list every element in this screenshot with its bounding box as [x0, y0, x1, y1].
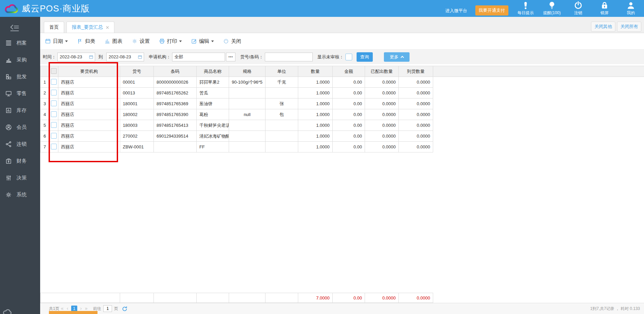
orange-progress-strip [49, 311, 97, 314]
cell-org: 西丽店 [58, 98, 120, 109]
sidebar-collapse-button[interactable] [9, 24, 40, 32]
cell-barcode: 8974851765369 [154, 98, 197, 109]
search-button[interactable]: 查询 [357, 52, 373, 62]
print-button[interactable]: 打印 [159, 38, 182, 45]
lock-screen-button[interactable]: 锁屏 [595, 1, 614, 16]
open-payment-button[interactable]: 我要开通支付 [475, 5, 508, 16]
cell-qty: 1.0000 [298, 88, 333, 98]
table-row[interactable]: 5 西丽店 180003 8974851765413 千秋鲜笋尖老汤 1.000… [40, 120, 644, 131]
close-all-button[interactable]: 关闭所有 [617, 22, 641, 32]
settings-button[interactable]: 设置 [132, 38, 150, 45]
cell-spec [229, 131, 265, 142]
header-unit[interactable]: 单位 [265, 66, 298, 77]
row-checkbox[interactable] [51, 90, 57, 95]
sidebar-item-members[interactable]: 会员 [0, 119, 40, 136]
cell-barcode: 8974851765390 [154, 109, 197, 120]
header-amount[interactable]: 金额 [333, 66, 365, 77]
reminder-button[interactable]: 提醒(100) [543, 1, 561, 16]
cell-arrived: 0.0000 [399, 131, 433, 142]
table-row[interactable]: 7 西丽店 ZBW-0001 FF 1.0000 0.00 0.0000 0.0… [40, 142, 644, 152]
filter-bar: 时间： 到 申请机构： ••• 货号/条码： 显示未审核： 查询 更多 [40, 50, 644, 64]
cell-dispatched: 0.0000 [365, 142, 399, 152]
cell-name: 茻茻苹果2 [197, 77, 229, 88]
category-button[interactable]: 归类 [77, 38, 95, 45]
cell-arrived: 0.0000 [399, 120, 433, 131]
row-checkbox[interactable] [51, 144, 57, 149]
date-to-field [106, 53, 144, 61]
sidebar-item-finance[interactable]: 财务 [0, 152, 40, 169]
date-button[interactable]: 日期 [45, 38, 68, 45]
header-spec[interactable]: 规格 [229, 66, 265, 77]
header-arrived[interactable]: 到货数量 [399, 66, 433, 77]
row-checkbox[interactable] [51, 101, 57, 106]
sidebar-item-wholesale[interactable]: 批发 [0, 68, 40, 85]
sidebar-item-archives[interactable]: 档案 [0, 34, 40, 51]
more-button[interactable]: 更多 [384, 52, 410, 62]
sidebar-item-chain[interactable]: 连锁 [0, 136, 40, 152]
print-button-label: 打印 [167, 38, 177, 45]
sidebar-item-inventory[interactable]: 库存 [0, 102, 40, 119]
cell-org: 西丽店 [58, 77, 120, 88]
row-checkbox[interactable] [51, 79, 57, 85]
logout-button[interactable]: 注销 [569, 1, 587, 16]
sidebar-item-system[interactable]: 系统 [0, 186, 40, 203]
item-code-input[interactable] [265, 53, 313, 61]
cell-item-no: 180001 [120, 98, 154, 109]
printer-icon [159, 38, 165, 44]
close-report-button[interactable]: 关闭 [223, 38, 241, 45]
org-picker-button[interactable]: ••• [226, 53, 235, 61]
calendar-icon[interactable] [89, 55, 93, 59]
table-row[interactable]: 1 西丽店 00001 8000000000026 茻茻苹果2 90-100g/… [40, 77, 644, 88]
header-name[interactable]: 商品名称 [197, 66, 229, 77]
page-unit-label: 页 [114, 306, 118, 312]
select-all-checkbox[interactable] [51, 68, 57, 74]
sliders-icon [5, 174, 12, 181]
my-account-label: 我的 [627, 10, 635, 16]
table-row[interactable]: 2 西丽店 00013 8974851765262 苦瓜 1.0000 0.00… [40, 88, 644, 98]
header-qty[interactable]: 数量 [298, 66, 333, 77]
table-row[interactable]: 3 西丽店 180001 8974851765369 葱油饼 张 1.0000 … [40, 98, 644, 109]
goto-label: 前往 [93, 306, 101, 312]
sidebar-item-retail[interactable]: 零售 [0, 85, 40, 102]
sidebar-item-label: 决策 [17, 175, 27, 181]
reminder-label: 提醒(100) [543, 10, 561, 16]
header-item-no[interactable]: 货号 [120, 66, 154, 77]
goto-page-input[interactable] [103, 305, 112, 312]
row-select-cell [49, 77, 58, 88]
close-others-button[interactable]: 关闭其他 [591, 22, 615, 32]
refresh-button[interactable] [121, 306, 128, 312]
daily-tip-button[interactable]: 每日提示 [516, 1, 535, 16]
sidebar-item-label: 系统 [17, 192, 27, 198]
sidebar-item-decision[interactable]: 决策 [0, 169, 40, 186]
row-checkbox[interactable] [51, 133, 57, 139]
totals-dispatched: 0.0000 [365, 293, 399, 303]
micro-platform-link[interactable]: 进入微平台 [445, 8, 467, 14]
show-unaudited-checkbox[interactable] [345, 54, 352, 60]
tab-home[interactable]: 首页 [44, 22, 64, 33]
close-tab-icon[interactable] [106, 26, 109, 29]
table-row[interactable]: 4 西丽店 180002 8974851765390 葛粉 null 包 1.0… [40, 109, 644, 120]
header-dispatched[interactable]: 已配出数量 [365, 66, 399, 77]
calendar-icon[interactable] [138, 55, 142, 59]
header-barcode[interactable]: 条码 [154, 66, 197, 77]
row-checkbox[interactable] [51, 111, 57, 117]
cell-unit [265, 142, 298, 152]
cell-unit [265, 120, 298, 131]
tab-report-summary[interactable]: 报表_要货汇总 [66, 22, 114, 33]
edit-button[interactable]: 编辑 [191, 38, 214, 45]
header-org[interactable]: 要货机构 [58, 66, 120, 77]
table-row[interactable]: 6 西丽店 270002 6901294339514 清妃冰海矿物醒 1.000… [40, 131, 644, 142]
brand: 威云POS·商业版 [0, 3, 90, 15]
cell-arrived: 0.0000 [399, 98, 433, 109]
my-account-button[interactable]: 我的 [622, 1, 640, 16]
date-button-label: 日期 [53, 38, 63, 45]
request-org-input[interactable] [172, 53, 225, 61]
sidebar-item-purchasing[interactable]: 采购 [0, 51, 40, 68]
chart-button[interactable]: 图表 [104, 38, 122, 45]
cell-org: 西丽店 [58, 142, 120, 152]
caret-down-icon [211, 40, 214, 44]
row-checkbox[interactable] [51, 122, 57, 128]
cell-org: 西丽店 [58, 109, 120, 120]
cell-amount: 0.00 [333, 88, 365, 98]
caret-down-icon [65, 40, 68, 44]
